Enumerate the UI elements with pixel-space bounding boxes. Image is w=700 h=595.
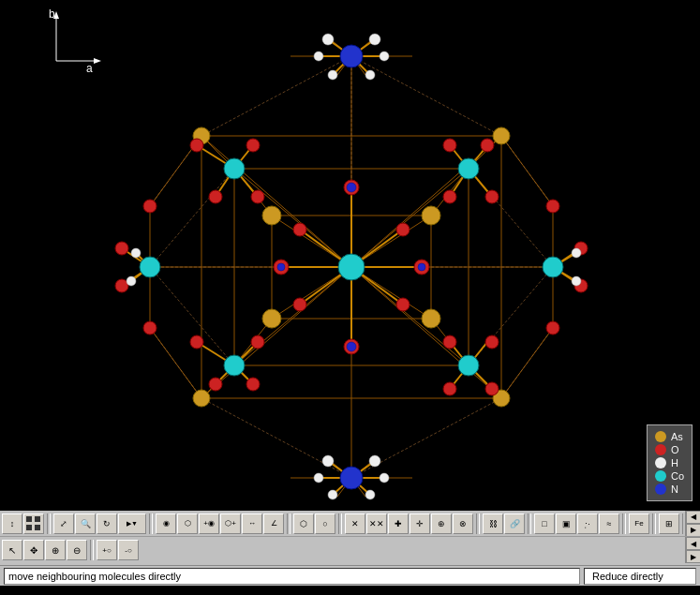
tb-sep6 [528, 513, 531, 534]
svg-point-131 [262, 309, 281, 328]
svg-point-126 [458, 355, 479, 376]
scroll-dn-btn[interactable]: ▶ [686, 524, 700, 537]
toolbar-row2: ↖ ✥ ⊕ ⊖ +○ -○ ◀ ▶ [0, 537, 700, 563]
tb-measure-btn[interactable]: ⬡+ [220, 513, 241, 534]
svg-point-142 [396, 223, 410, 236]
tb-cross2-btn[interactable]: ✛ [410, 513, 430, 534]
svg-point-177 [328, 490, 337, 499]
legend-label-h: H [671, 457, 678, 469]
tb2-cursor-btn[interactable]: ↖ [2, 540, 22, 560]
svg-point-132 [422, 309, 440, 328]
svg-point-128 [543, 257, 563, 277]
svg-point-187 [277, 263, 285, 271]
svg-point-120 [338, 254, 365, 280]
tb-x-btn[interactable]: ✕ [345, 513, 365, 534]
tb2-move-btn[interactable]: ✥ [23, 540, 44, 560]
tb-sym-btn[interactable]: ⊕ [431, 513, 452, 534]
tb-dot-btn[interactable]: ·̣· [577, 513, 598, 534]
tb-sep3 [287, 513, 290, 534]
svg-point-178 [365, 490, 375, 499]
svg-point-171 [328, 70, 337, 80]
svg-point-127 [140, 257, 160, 277]
svg-point-154 [246, 378, 260, 391]
molecule-display [0, 0, 700, 511]
tb-atom-btn[interactable]: ◉ [156, 513, 176, 534]
tb-sq2-btn[interactable]: ▣ [556, 513, 576, 534]
tb2-x1-btn[interactable]: +○ [97, 540, 117, 560]
scroll-up-btn[interactable]: ◀ [686, 511, 700, 524]
tb-chain-btn[interactable]: ⛓ [483, 513, 503, 534]
svg-point-167 [546, 200, 559, 213]
svg-point-124 [458, 158, 479, 179]
tb-cursor-btn[interactable]: ⤢ [53, 513, 74, 534]
toolbar-row2-scroll: ◀ ▶ [685, 537, 700, 563]
tb-grid-btn[interactable] [23, 513, 44, 534]
svg-point-159 [485, 335, 499, 349]
svg-point-173 [314, 52, 323, 61]
svg-point-184 [572, 276, 581, 286]
tb2-x2-btn[interactable]: -○ [118, 540, 139, 560]
status-bar: move neighbouring molecules directly Red… [0, 565, 700, 586]
svg-point-153 [190, 335, 203, 349]
tb-fe-btn[interactable]: Fe [629, 513, 649, 534]
tb-dist-btn[interactable]: ↔ [242, 513, 262, 534]
svg-point-125 [224, 355, 245, 376]
svg-point-175 [322, 455, 334, 467]
svg-point-130 [422, 206, 440, 225]
legend-color-co [655, 470, 666, 482]
svg-point-156 [251, 335, 264, 349]
tb-sep5 [476, 513, 480, 534]
scroll2-dn-btn[interactable]: ▶ [686, 550, 700, 563]
atom-legend: As O H Co N [647, 424, 693, 501]
tb-rotate-btn[interactable]: ↻ [97, 513, 117, 534]
tb-circle-btn[interactable]: ○ [315, 513, 335, 534]
tb-sq-btn[interactable]: □ [534, 513, 555, 534]
svg-point-151 [443, 190, 456, 203]
tb-chain2-btn[interactable]: 🔗 [504, 513, 525, 534]
legend-color-o [655, 444, 666, 455]
tb-bond-btn[interactable]: ⬡ [177, 513, 198, 534]
svg-point-170 [369, 34, 380, 45]
svg-point-172 [365, 70, 375, 80]
svg-point-168 [546, 321, 559, 335]
tb-xx-btn[interactable]: ✕✕ [366, 513, 387, 534]
molecule-viewport[interactable]: b a As O H Co N [0, 0, 700, 511]
legend-color-as [655, 431, 666, 442]
toolbar-row1: ↕ ⤢ 🔍 ↻ ▶▼ ◉ ⬡ +◉ ⬡+ ↔ ∠ ⬡ ○ ✕ ✕✕ [0, 511, 700, 537]
svg-point-180 [380, 473, 389, 483]
tb-sym2-btn[interactable]: ⊗ [453, 513, 473, 534]
tb-angle-btn[interactable]: ∠ [263, 513, 284, 534]
scroll2-up-btn[interactable]: ◀ [686, 537, 700, 550]
svg-point-148 [251, 190, 264, 203]
legend-item-as: As [655, 431, 684, 442]
tb-zoom-btn[interactable]: 🔍 [75, 513, 96, 534]
svg-point-185 [347, 183, 356, 192]
svg-point-158 [443, 382, 456, 395]
tb-cross-btn[interactable]: ✚ [388, 513, 409, 534]
tb-label-btn[interactable]: +◉ [199, 513, 219, 534]
svg-point-144 [396, 298, 410, 311]
legend-item-h: H [655, 457, 684, 469]
tb-arrow-btn[interactable]: ↕ [2, 513, 22, 534]
svg-point-161 [115, 242, 128, 255]
status-left-text: move neighbouring molecules directly [4, 568, 580, 585]
legend-item-n: N [655, 483, 684, 495]
axis-b-label: b [49, 7, 55, 21]
reduce-directly-button[interactable]: Reduce directly [584, 568, 696, 585]
tb-grid2-btn[interactable]: ⊞ [659, 513, 679, 534]
svg-point-166 [143, 321, 156, 335]
svg-point-183 [572, 248, 581, 258]
toolbar-row1-buttons: ↕ ⤢ 🔍 ↻ ▶▼ ◉ ⬡ +◉ ⬡+ ↔ ∠ ⬡ ○ ✕ ✕✕ [0, 512, 685, 536]
svg-point-149 [443, 139, 456, 152]
tb2-minus-btn[interactable]: ⊖ [67, 540, 87, 560]
svg-point-141 [293, 223, 306, 236]
tb-select-btn[interactable]: ▶▼ [118, 513, 146, 534]
axis-a-label: a [86, 62, 93, 75]
tb-sep7 [622, 513, 626, 534]
tb-hex-btn[interactable]: ⬡ [293, 513, 314, 534]
tb2-plus-btn[interactable]: ⊕ [45, 540, 66, 560]
svg-point-188 [418, 263, 425, 271]
tb-wave-btn[interactable]: ≈ [599, 513, 619, 534]
legend-item-o: O [655, 444, 684, 455]
legend-label-o: O [671, 444, 679, 455]
